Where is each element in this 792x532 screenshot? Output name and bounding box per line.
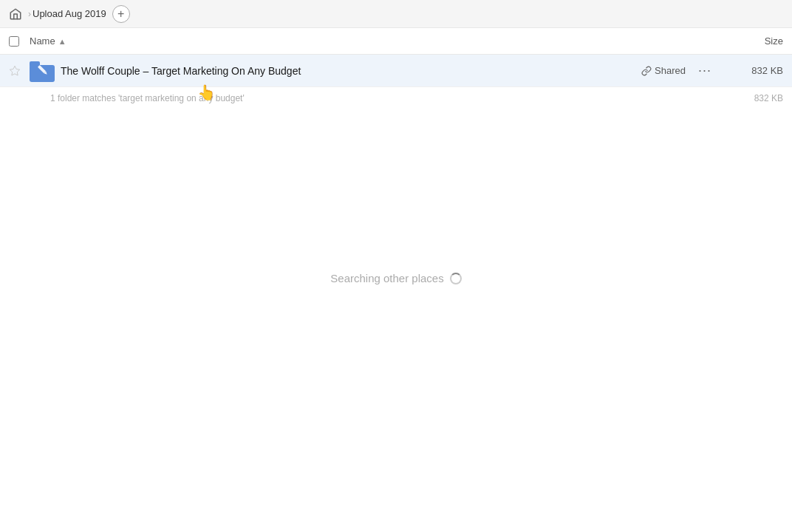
breadcrumb-bar: › Upload Aug 2019 +: [0, 0, 792, 28]
add-button[interactable]: +: [112, 5, 130, 23]
link-icon: [641, 66, 652, 76]
file-row[interactable]: The Wolff Couple – Target Marketing On A…: [0, 55, 792, 87]
searching-status: Searching other places: [330, 272, 461, 284]
more-icon: ···: [698, 63, 711, 78]
loading-spinner: [450, 273, 462, 284]
home-button[interactable]: [9, 7, 22, 21]
searching-label: Searching other places: [330, 272, 443, 284]
match-text: 1 folder matches 'target marketing on an…: [50, 93, 724, 103]
match-size: 832 KB: [724, 93, 783, 103]
file-size: 832 KB: [724, 65, 783, 76]
folder-icon: [30, 60, 55, 82]
name-column-label: Name: [30, 35, 55, 47]
more-options-button[interactable]: ···: [694, 61, 715, 81]
star-col: [9, 65, 27, 77]
searching-area: Searching other places: [0, 272, 792, 284]
size-column-label: Size: [765, 35, 783, 47]
folder-icon-wrap: [30, 58, 55, 83]
shared-label: Shared: [655, 65, 686, 76]
name-column-header[interactable]: Name ▲: [30, 35, 724, 47]
svg-marker-0: [10, 66, 19, 75]
shared-badge[interactable]: Shared: [641, 65, 686, 76]
size-column-header[interactable]: Size: [724, 35, 783, 47]
file-name[interactable]: The Wolff Couple – Target Marketing On A…: [61, 65, 641, 77]
breadcrumb-separator: ›: [28, 9, 31, 19]
select-all-checkbox-col: [9, 36, 30, 47]
add-icon: +: [117, 8, 124, 20]
star-icon[interactable]: [9, 65, 21, 77]
sort-asc-icon: ▲: [58, 37, 66, 46]
select-all-checkbox[interactable]: [9, 36, 19, 47]
column-header: Name ▲ Size: [0, 28, 792, 55]
breadcrumb-folder-label[interactable]: Upload Aug 2019: [33, 8, 106, 19]
match-info-row: 1 folder matches 'target marketing on an…: [0, 87, 792, 109]
